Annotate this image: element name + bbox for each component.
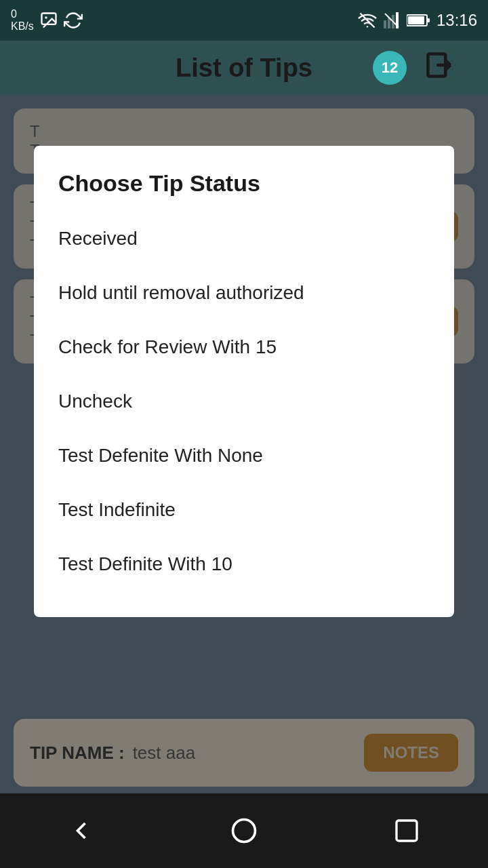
- tip-status-option-check-review[interactable]: Check for Review With 15: [58, 321, 430, 373]
- wifi-icon: [358, 11, 377, 30]
- dialog-title: Choose Tip Status: [58, 170, 430, 197]
- tip-status-option-received[interactable]: Received: [58, 213, 430, 264]
- status-bar: 0KB/s 13:16: [0, 0, 488, 41]
- status-time: 13:16: [436, 11, 477, 30]
- tip-status-option-hold[interactable]: Hold until removal authorized: [58, 267, 430, 319]
- back-button[interactable]: [61, 810, 102, 851]
- tip-status-option-test-definite-10[interactable]: Test Definite With 10: [58, 538, 430, 590]
- tip-status-option-test-defenite-none[interactable]: Test Defenite With None: [58, 430, 430, 481]
- exit-button[interactable]: [424, 50, 454, 86]
- svg-rect-11: [408, 16, 424, 24]
- image-icon: [39, 11, 58, 30]
- refresh-icon: [64, 11, 83, 30]
- page-title: List of Tips: [176, 54, 312, 83]
- tip-status-option-uncheck[interactable]: Uncheck: [58, 376, 430, 427]
- status-bar-left: 0KB/s: [11, 8, 83, 32]
- tip-count-badge[interactable]: 12: [373, 51, 407, 85]
- navigation-bar: [0, 793, 488, 868]
- svg-point-2: [367, 26, 368, 27]
- app-header: List of Tips 12: [0, 41, 488, 95]
- svg-rect-4: [384, 20, 386, 28]
- home-button[interactable]: [224, 810, 264, 851]
- status-bar-right: 13:16: [358, 11, 477, 30]
- choose-tip-status-dialog: Choose Tip Status Received Hold until re…: [34, 146, 454, 617]
- tip-status-option-test-indefinite[interactable]: Test Indefinite: [58, 484, 430, 536]
- signal-icon: [384, 11, 400, 30]
- recents-button[interactable]: [386, 810, 427, 851]
- svg-point-1: [45, 16, 47, 19]
- svg-rect-17: [396, 821, 417, 841]
- data-speed: 0KB/s: [11, 8, 34, 32]
- svg-point-16: [233, 820, 256, 842]
- svg-rect-10: [427, 18, 430, 22]
- battery-icon: [407, 14, 430, 27]
